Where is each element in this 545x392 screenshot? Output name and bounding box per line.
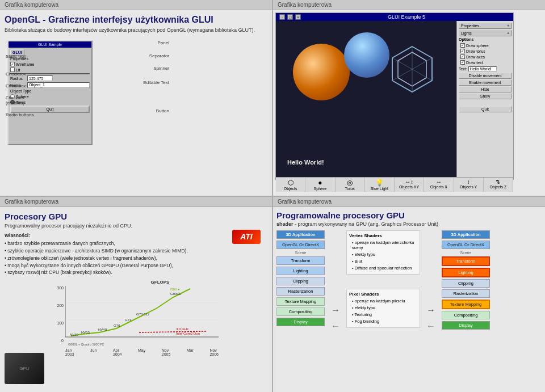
icon-sphere[interactable]: ● Sphere bbox=[305, 178, 335, 192]
svg-text:NV40: NV40 bbox=[98, 328, 107, 331]
right-3d-app: 3D Application bbox=[442, 230, 490, 239]
left-lighting: Lighting bbox=[276, 267, 325, 275]
left-compositing: Compositing bbox=[276, 307, 325, 316]
icon-objects-z[interactable]: ⇅ Objects Z bbox=[484, 178, 513, 192]
svg-text:NV30: NV30 bbox=[70, 333, 79, 336]
panel-opengl-rendering: Grafika komputerowa - □ × GLUI Example 5 bbox=[273, 0, 545, 196]
disable-movement-btn[interactable]: Disable movement bbox=[459, 73, 512, 79]
panel1-subtitle: Biblioteka służąca do budowy interfejsów… bbox=[5, 27, 267, 33]
svg-text:G80GL: G80GL bbox=[170, 292, 182, 296]
svg-text:G71: G71 bbox=[125, 318, 132, 322]
text-input[interactable]: Hello World! bbox=[468, 66, 497, 71]
chart-title: GFLOPS bbox=[53, 280, 267, 285]
panel2-header: Grafika komputerowa bbox=[273, 0, 545, 10]
right-rasterization: Rasterization bbox=[442, 289, 490, 298]
pipeline-left: 3D Application OpenGL Or DirectX Scene T… bbox=[276, 230, 325, 372]
ati-logo: ATI bbox=[232, 230, 261, 244]
panel4-content: Programowalne procesory GPU shader - pro… bbox=[273, 207, 545, 390]
chart-y-axis: 300 200 100 0 bbox=[53, 286, 65, 343]
glui-input-name[interactable]: Object_1 bbox=[27, 82, 90, 88]
left-3d-app: 3D Application bbox=[276, 230, 325, 239]
vertex-title: Vertex Shaders bbox=[349, 233, 417, 238]
svg-text:NV35: NV35 bbox=[81, 331, 90, 334]
pixel-fog: Fog blending bbox=[352, 319, 417, 324]
panel1-content: OpenGL - Graficzne interfejsy użytkownik… bbox=[0, 10, 272, 193]
gl-controls-panel: Properties + Lights + bbox=[456, 21, 513, 177]
svg-text:G80 ●: G80 ● bbox=[170, 288, 180, 291]
hello-world-text: Hello World! bbox=[287, 159, 324, 166]
panel3-title: Procesory GPU bbox=[5, 212, 267, 221]
quit-btn[interactable]: Quit bbox=[459, 106, 512, 112]
vertex-shaders-info: Vertex Shaders operuje na każdym wierzch… bbox=[346, 230, 420, 275]
left-texture: Texture Mapping bbox=[276, 297, 325, 306]
left-rasterization: Rasterization bbox=[276, 287, 325, 296]
arrow-right-pixel: ← bbox=[426, 321, 435, 331]
main-grid: Grafika komputerowa OpenGL - Graficzne i… bbox=[0, 0, 545, 392]
win-maximize[interactable]: □ bbox=[287, 14, 293, 20]
vertex-desc: operuje na każdym wierzchołku sceny bbox=[352, 240, 417, 251]
arrows-middle-to-right: → ← bbox=[422, 230, 439, 372]
pixel-effects: efekty typu bbox=[352, 305, 417, 311]
feature-5: szybszy rozwój niż CPU (brak predykcji s… bbox=[5, 269, 267, 276]
pipeline-right: 3D Application OpenGL Or DirectX Scene T… bbox=[442, 230, 490, 372]
lights-section: Lights + bbox=[459, 30, 512, 36]
icon-objects-y[interactable]: ↕ Objects Y bbox=[454, 178, 484, 192]
hide-btn[interactable]: Hide bbox=[459, 86, 512, 92]
vertex-diffuse: Diffuse and specular reflection bbox=[352, 265, 417, 271]
shader-pipeline-diagram: 3D Application OpenGL Or DirectX Scene T… bbox=[276, 230, 542, 372]
pixel-shaders-info: Pixel Shaders operuje na każdym pikselu … bbox=[346, 289, 420, 328]
right-compositing: Compositing bbox=[442, 311, 490, 319]
annotation-panel: Panel bbox=[158, 40, 169, 45]
gl-sphere-blue bbox=[344, 32, 389, 78]
icon-objects[interactable]: ⬡ Objects bbox=[276, 178, 305, 192]
right-transform: Transform bbox=[442, 256, 490, 266]
performance-chart: GFLOPS 300 200 100 0 bbox=[53, 280, 267, 356]
gl-canvas: Hello World! bbox=[276, 21, 456, 177]
pixel-texturing: Texturing bbox=[352, 312, 417, 318]
left-labels: Static text Checkbox Checkbox Checkbox(d… bbox=[6, 54, 33, 124]
panel2-content: - □ × GLUI Example 5 bbox=[273, 10, 545, 193]
panel4-header: Grafika komputerowa bbox=[273, 197, 545, 207]
opt-draw-sphere: ✓Draw sphere bbox=[459, 43, 512, 48]
gl-hexagon-svg bbox=[387, 44, 438, 95]
panel3-header: Grafika komputerowa bbox=[0, 197, 272, 207]
opt-draw-text: ✓Draw text bbox=[459, 60, 512, 65]
svg-text:3.0 GHz: 3.0 GHz bbox=[176, 327, 188, 331]
win-minimize[interactable]: - bbox=[279, 14, 285, 20]
enable-movement-btn[interactable]: Enable movement bbox=[459, 79, 512, 86]
text-field-row: Text: Hello World! bbox=[459, 66, 512, 71]
properties-section: Properties + bbox=[459, 23, 512, 29]
pixel-title: Pixel Shaders bbox=[349, 292, 417, 297]
annotation-button: Button bbox=[156, 108, 169, 113]
win-close[interactable]: × bbox=[295, 14, 301, 20]
icon-objects-xy[interactable]: ↔↕ Objects XY bbox=[395, 178, 424, 192]
left-opengl-directx: OpenGL Or DirectX bbox=[276, 241, 325, 249]
panel-programowalne-gpu: Grafika komputerowa Programowalne proces… bbox=[273, 197, 545, 393]
feature-2: szybkie operacje macierzowe - architektu… bbox=[5, 247, 267, 255]
bottom-icons: ⬡ Objects ● Sphere ◎ Torus 💡 Blue Light bbox=[276, 177, 513, 192]
panel1-header: Grafika komputerowa bbox=[0, 0, 272, 10]
left-clipping: Clipping bbox=[276, 277, 325, 285]
right-texture: Texture Mapping bbox=[442, 300, 490, 309]
annotation-editable: Editable Text bbox=[143, 80, 169, 85]
opengl-window: - □ × GLUI Example 5 bbox=[275, 12, 514, 180]
panel-procesory-gpu: Grafika komputerowa Procesory GPU Progra… bbox=[0, 197, 272, 393]
pixel-desc: operuje na każdym pikselu bbox=[352, 298, 417, 304]
icon-blue-light[interactable]: 💡 Blue Light bbox=[365, 178, 395, 192]
glui-titlebar: GLUI Sample bbox=[9, 41, 91, 48]
right-opengl-directx: OpenGL Or DirectX bbox=[442, 241, 490, 249]
left-display: Display bbox=[276, 318, 325, 326]
icon-torus[interactable]: ◎ Torus bbox=[336, 178, 365, 192]
properties-header: Properties + bbox=[459, 23, 511, 28]
arrow-to-vertex: → bbox=[331, 305, 340, 315]
performance-chart-svg: NV30 NV35 NV40 G70 G71 G70-512 G80GL G80… bbox=[65, 286, 224, 348]
annotation-separator: Separator bbox=[149, 53, 169, 58]
panel-opengl-glui: Grafika komputerowa OpenGL - Graficzne i… bbox=[0, 0, 272, 196]
vertex-blur: Blur bbox=[352, 259, 417, 264]
chart-x-axis: Jan2003 Jun Apr2004 May Nov2005 Mar Nov2… bbox=[65, 348, 219, 356]
panel3-subtitle: Programowalny procesor pracujący niezale… bbox=[5, 223, 267, 229]
opt-draw-torus: ✓Draw torus bbox=[459, 48, 512, 54]
show-btn[interactable]: Show bbox=[459, 93, 512, 99]
icon-objects-x[interactable]: ↔ Objects X bbox=[424, 178, 454, 192]
vertex-effects: efekty typu bbox=[352, 252, 417, 258]
